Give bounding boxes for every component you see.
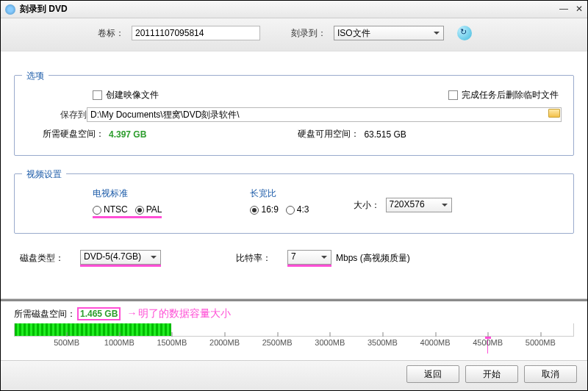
tick-label: 3500MB	[368, 338, 398, 347]
burn-to-select[interactable]: ISO文件	[334, 26, 444, 40]
video-legend: 视频设置	[22, 168, 66, 181]
tick-label: 3000MB	[315, 338, 345, 347]
save-to-input[interactable]	[87, 107, 562, 122]
tv-standard-label: 电视标准	[93, 187, 162, 200]
free-space-label: 硬盘可用空间：	[298, 128, 359, 140]
window-title: 刻录到 DVD	[20, 3, 68, 15]
bitrate-unit: Mbps	[336, 253, 357, 263]
ratio-43-radio[interactable]: 4:3	[286, 204, 309, 215]
free-space-value: 63.515 GB	[364, 129, 406, 140]
aspect-label: 长宽比	[250, 187, 309, 200]
start-button[interactable]: 开始	[465, 365, 518, 383]
options-legend: 选项	[22, 70, 49, 82]
space-bar	[14, 323, 574, 337]
create-image-checkbox[interactable]: 创建映像文件	[93, 89, 159, 101]
tick-label: 4500MB	[473, 338, 503, 347]
bitrate-select[interactable]: 7	[287, 250, 331, 265]
tick-label: 1000MB	[104, 338, 135, 347]
disc-type-select[interactable]: DVD-5(4.7GB)	[80, 250, 161, 265]
back-button[interactable]: 返回	[406, 365, 459, 383]
tick-label: 2500MB	[262, 338, 293, 347]
quality-text: (高视频质量)	[360, 253, 410, 263]
size-select[interactable]: 720X576	[386, 198, 452, 212]
size-label: 大小：	[354, 199, 380, 212]
annotation-text: 明了的数据容量大小	[126, 307, 231, 320]
folder-icon[interactable]	[548, 109, 560, 118]
tick-label: 4000MB	[420, 338, 451, 347]
refresh-icon[interactable]	[457, 26, 472, 40]
burn-to-label: 刻录到：	[282, 27, 326, 40]
need-space-label: 所需硬盘空间：	[43, 128, 104, 140]
need-space-value: 4.397 GB	[109, 129, 146, 140]
ntsc-radio[interactable]: NTSC	[93, 204, 128, 215]
dvd-icon	[5, 4, 15, 15]
tick-label: 500MB	[54, 338, 79, 347]
tick-label: 2000MB	[209, 338, 240, 347]
delete-temp-checkbox[interactable]: 完成任务后删除临时文件	[448, 89, 559, 101]
titlebar: 刻录到 DVD — ✕	[1, 1, 587, 18]
bitrate-label: 比特率：	[236, 252, 271, 265]
required-space-label: 所需磁盘空间：	[14, 308, 76, 320]
tick-row: 500MB1000MB1500MB2000MB2500MB3000MB3500M…	[14, 338, 574, 356]
save-to-label: 保存到	[26, 109, 87, 121]
pal-radio[interactable]: PAL	[135, 204, 162, 215]
volume-input[interactable]	[132, 26, 260, 40]
close-icon[interactable]: ✕	[576, 4, 583, 14]
cancel-button[interactable]: 取消	[524, 365, 577, 383]
video-group: 视频设置 电视标准 NTSC PAL 长宽比 16:9 4:3 大小	[14, 173, 574, 234]
header-row: 卷标： 刻录到： ISO文件	[1, 18, 587, 51]
minimize-icon[interactable]: —	[559, 4, 568, 14]
tick-label: 1500MB	[157, 338, 187, 347]
ratio-169-radio[interactable]: 16:9	[250, 204, 278, 215]
space-bar-fill	[15, 323, 171, 336]
tick-label: 5000MB	[526, 338, 556, 347]
volume-label: 卷标：	[14, 27, 124, 40]
options-group: 选项 创建映像文件 完成任务后删除临时文件 保存到 所需硬盘空间： 4.397 …	[14, 75, 574, 156]
required-space-value: 1.465 GB	[77, 307, 121, 320]
disc-type-label: 磁盘类型：	[20, 252, 64, 265]
